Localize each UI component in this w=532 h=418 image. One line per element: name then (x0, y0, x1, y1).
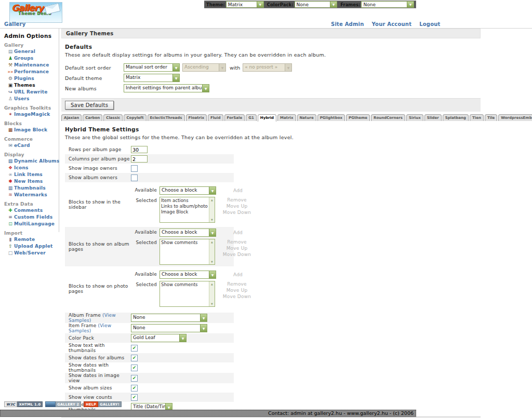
scroll-down-icon[interactable]: ▼ (211, 218, 213, 221)
sidebar-item-thumbnails[interactable]: ▥ Thumbnails (7, 185, 59, 191)
gallery-logo[interactable]: Gallery Theme Demo (9, 2, 62, 23)
photo-selected-blocks-list[interactable]: Show comments ▲ ▼ (159, 281, 215, 307)
tab-splatbang[interactable]: Splatbang (443, 114, 469, 121)
tab-forsale[interactable]: ForSale (224, 114, 245, 121)
tab-pglightbox[interactable]: PGlightbox (317, 114, 345, 121)
move-down-link[interactable]: Move Down (222, 209, 252, 215)
tab-eclecticthreads[interactable]: EclecticThreads (148, 114, 185, 121)
sidebar-item-web-server[interactable]: □ Web/Server (7, 250, 59, 256)
sidebar-item-maintenance[interactable]: ⚒ Maintenance (7, 62, 59, 68)
sidebar-item-url-rewrite[interactable]: ↪ URL Rewrite (7, 89, 59, 95)
tab-hybrid[interactable]: Hybrid (258, 114, 276, 122)
tab-siriux[interactable]: Siriux (406, 114, 423, 121)
sidebar-item-themes[interactable]: ▣ Themes (7, 82, 59, 88)
rows-per-page-input[interactable] (131, 146, 148, 153)
show-image-owners-checkbox[interactable] (131, 165, 138, 172)
list-item[interactable]: Show comments (161, 282, 209, 288)
sidebar-available-block-select[interactable]: Choose a block ▼ (159, 186, 216, 195)
default-theme-select[interactable]: Matrix ▼ (124, 74, 180, 82)
sidebar-item-ecard[interactable]: ✉ eCard (7, 142, 59, 149)
help-gallery-badge[interactable]: HELP GALLERY! (84, 401, 122, 407)
tab-carbon[interactable]: Carbon (83, 114, 102, 121)
sidebar-item-dynamic-albums[interactable]: ▧ Dynamic Albums (7, 158, 59, 164)
tab-copyleft[interactable]: Copyleft (124, 114, 146, 121)
site-admin-link[interactable]: Site Admin (331, 21, 364, 27)
tab-slider[interactable]: Slider (424, 114, 442, 121)
album-frame-select[interactable]: None ▼ (131, 314, 207, 322)
add-block-link[interactable]: Add (223, 271, 253, 278)
tab-roundcorners[interactable]: RoundCorners (371, 114, 405, 121)
scroll-down-icon[interactable]: ▼ (211, 302, 213, 305)
sidebar-item-general[interactable]: ▤ General (7, 48, 59, 55)
gallery2-badge[interactable]: GALLERY 2 (45, 401, 81, 407)
remove-block-link[interactable]: Remove (222, 281, 252, 287)
scroll-down-icon[interactable]: ▼ (211, 260, 213, 263)
move-up-link[interactable]: Move Up (222, 203, 252, 209)
sidebar-item-imagemagick[interactable]: ✶ ImageMagick (7, 111, 59, 117)
sidebar-item-image-block[interactable]: ▦ Image Block (7, 127, 59, 133)
move-up-link[interactable]: Move Up (222, 287, 252, 293)
scroll-up-icon[interactable]: ▲ (211, 282, 213, 286)
tab-tile[interactable]: Tile (485, 114, 497, 121)
save-defaults-button[interactable]: Save Defaults (65, 101, 114, 110)
scrollbar[interactable]: ▲ ▼ (209, 281, 215, 306)
sidebar-item-watermarks[interactable]: ≋ Watermarks (7, 192, 59, 198)
tab-ajaxian[interactable]: Ajaxian (61, 114, 82, 121)
theme-select[interactable]: Matrix ▼ (226, 1, 264, 8)
list-item[interactable]: Show comments (161, 240, 209, 246)
show-dates-albums-checkbox[interactable]: ✔ (131, 355, 138, 361)
list-item[interactable]: Item actions (161, 198, 209, 204)
album-available-block-select[interactable]: Choose a block ▼ (159, 228, 216, 237)
tab-pgtheme[interactable]: PGtheme (346, 114, 370, 121)
add-block-link[interactable]: Add (223, 228, 253, 236)
sidebar-item-custom-fields[interactable]: ≡ Custom Fields (7, 214, 59, 220)
tab-tien[interactable]: Tien (470, 114, 484, 121)
sidebar-item-link-items[interactable]: ∞ Link Items (7, 171, 59, 178)
sidebar-item-groups[interactable]: ♟ Groups (7, 55, 59, 61)
color-pack-select[interactable]: Gold Leaf ▼ (131, 334, 187, 342)
new-albums-select[interactable]: Inherit settings from parent album ▼ (124, 84, 209, 92)
add-block-link[interactable]: Add (223, 186, 253, 194)
tab-nature[interactable]: Nature (297, 114, 316, 121)
scrollbar[interactable]: ▲ ▼ (209, 197, 215, 222)
list-item[interactable]: Links to album/photo peers (161, 204, 209, 209)
show-text-thumbnails-checkbox[interactable]: ✔ (131, 345, 138, 352)
breadcrumb-gallery-link[interactable]: Gallery (4, 21, 25, 27)
tab-fluid[interactable]: Fluid (208, 114, 223, 121)
sidebar-item-remote[interactable]: ▮ Remote (7, 236, 59, 242)
sidebar-item-plugins[interactable]: ⚙ Plugins (7, 75, 59, 82)
colorpack-select[interactable]: None ▼ (295, 1, 338, 8)
tab-matrix[interactable]: Matrix (277, 114, 296, 121)
show-dates-thumbnails-checkbox[interactable]: ✔ (131, 365, 138, 371)
columns-per-page-input[interactable] (131, 155, 148, 163)
move-down-link[interactable]: Move Down (222, 251, 252, 258)
sidebar-item-comments[interactable]: ✚ Comments (7, 207, 59, 213)
scroll-up-icon[interactable]: ▲ (211, 240, 213, 244)
sidebar-item-performance[interactable]: »» Performance (7, 69, 59, 75)
sidebar-selected-blocks-list[interactable]: Item actions Links to album/photo peers … (159, 197, 215, 223)
sidebar-item-icons[interactable]: ❖ Icons (7, 165, 59, 171)
tab-g1[interactable]: G1 (246, 114, 257, 121)
w3c-xhtml-badge[interactable]: W3C XHTML 1.0 (4, 401, 43, 407)
tab-floatrix[interactable]: Floatrix (186, 114, 207, 121)
logout-link[interactable]: Logout (419, 21, 440, 27)
list-item[interactable]: Image Block (161, 209, 209, 215)
show-album-sizes-checkbox[interactable]: ✔ (131, 385, 138, 392)
scroll-up-icon[interactable]: ▲ (211, 198, 213, 201)
tab-classic[interactable]: Classic (103, 114, 123, 121)
photo-available-block-select[interactable]: Choose a block ▼ (159, 271, 216, 279)
move-up-link[interactable]: Move Up (222, 245, 252, 251)
remove-block-link[interactable]: Remove (222, 239, 252, 245)
frames-select[interactable]: None ▼ (361, 1, 414, 8)
album-selected-blocks-list[interactable]: Show comments ▲ ▼ (159, 239, 215, 265)
default-sort-order-select[interactable]: Manual sort order ▼ (124, 63, 180, 72)
your-account-link[interactable]: Your Account (372, 21, 412, 27)
scrollbar[interactable]: ▲ ▼ (209, 239, 215, 264)
sidebar-item-upload-applet[interactable]: ⇧ Upload Applet (7, 243, 59, 249)
tab-wordpressembedded[interactable]: WordpressEmbedded (498, 114, 532, 121)
sidebar-item-new-items[interactable]: ✱ New Items (7, 178, 59, 184)
show-album-owners-checkbox[interactable] (131, 174, 138, 181)
show-view-counts-checkbox[interactable]: ✔ (131, 394, 138, 401)
sidebar-item-users[interactable]: ♙ Users (7, 96, 59, 102)
move-down-link[interactable]: Move Down (222, 293, 252, 300)
